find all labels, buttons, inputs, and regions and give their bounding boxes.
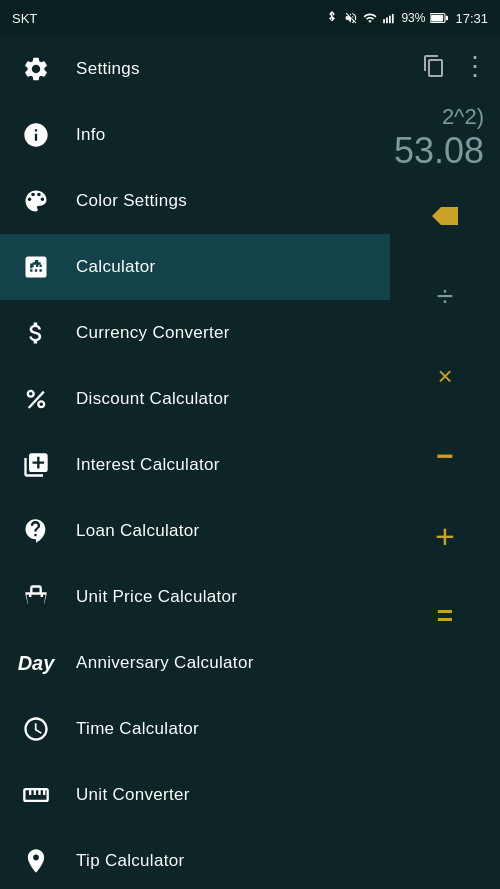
percent-icon (16, 379, 56, 419)
loan-icon (16, 511, 56, 551)
unit-price-calculator-label: Unit Price Calculator (76, 587, 237, 607)
tip-calculator-label: Tip Calculator (76, 851, 184, 871)
sidebar-item-color-settings[interactable]: Color Settings (0, 168, 390, 234)
time-label: 17:31 (455, 11, 488, 26)
svg-rect-0 (384, 19, 386, 23)
unit-converter-label: Unit Converter (76, 785, 190, 805)
interest-icon (16, 445, 56, 485)
wifi-icon (363, 11, 377, 25)
discount-calculator-label: Discount Calculator (76, 389, 229, 409)
palette-icon (16, 181, 56, 221)
divide-button[interactable]: ÷ (390, 256, 500, 336)
interest-calculator-label: Interest Calculator (76, 455, 220, 475)
calculator-icon (16, 247, 56, 287)
minus-button[interactable]: − (390, 416, 500, 496)
sidebar-item-unit-price-calculator[interactable]: Unit Price Calculator (0, 564, 390, 630)
carrier-label: SKT (12, 11, 37, 26)
loan-calculator-label: Loan Calculator (76, 521, 200, 541)
multiply-button[interactable]: × (390, 336, 500, 416)
sidebar-item-currency-converter[interactable]: Currency Converter (0, 300, 390, 366)
anniversary-calculator-label: Anniversary Calculator (76, 653, 254, 673)
settings-label: Settings (76, 59, 140, 79)
battery-label: 93% (401, 11, 425, 25)
sidebar-item-calculator[interactable]: Calculator (0, 234, 390, 300)
signal-icon (382, 11, 396, 25)
sidebar-item-interest-calculator[interactable]: Interest Calculator (0, 432, 390, 498)
sidebar-item-settings[interactable]: Settings (0, 36, 390, 102)
svg-rect-3 (392, 14, 394, 23)
navigation-drawer: Settings Info Color Settings Calculator (0, 36, 390, 889)
sidebar-item-anniversary-calculator[interactable]: Day Anniversary Calculator (0, 630, 390, 696)
svg-rect-1 (387, 17, 389, 23)
backspace-button[interactable] (390, 176, 500, 256)
sidebar-item-discount-calculator[interactable]: Discount Calculator (0, 366, 390, 432)
svg-rect-5 (432, 15, 444, 22)
status-bar: SKT 93% 17:31 (0, 0, 500, 36)
battery-icon (430, 12, 448, 24)
dollar-icon (16, 313, 56, 353)
info-label: Info (76, 125, 106, 145)
info-icon (16, 115, 56, 155)
color-settings-label: Color Settings (76, 191, 187, 211)
svg-rect-6 (446, 16, 448, 21)
calculator-label: Calculator (76, 257, 156, 277)
more-icon[interactable]: ⋮ (462, 53, 488, 79)
clipboard-icon[interactable] (422, 54, 446, 78)
status-right: 93% 17:31 (325, 11, 488, 26)
tip-icon (16, 841, 56, 881)
sidebar-item-loan-calculator[interactable]: Loan Calculator (0, 498, 390, 564)
bluetooth-icon (325, 11, 339, 25)
ruler-icon (16, 775, 56, 815)
currency-converter-label: Currency Converter (76, 323, 230, 343)
gear-icon (16, 49, 56, 89)
sidebar-item-unit-converter[interactable]: Unit Converter (0, 762, 390, 828)
scale-icon (16, 577, 56, 617)
sidebar-item-tip-calculator[interactable]: Tip Calculator (0, 828, 390, 889)
time-calculator-label: Time Calculator (76, 719, 199, 739)
calc-buttons-area: ÷ × − + = (390, 176, 500, 656)
clock-icon (16, 709, 56, 749)
plus-button[interactable]: + (390, 496, 500, 576)
day-icon: Day (16, 643, 56, 683)
sidebar-item-time-calculator[interactable]: Time Calculator (0, 696, 390, 762)
equals-button[interactable]: = (390, 576, 500, 656)
svg-rect-2 (389, 16, 391, 24)
mute-icon (344, 11, 358, 25)
sidebar-item-info[interactable]: Info (0, 102, 390, 168)
